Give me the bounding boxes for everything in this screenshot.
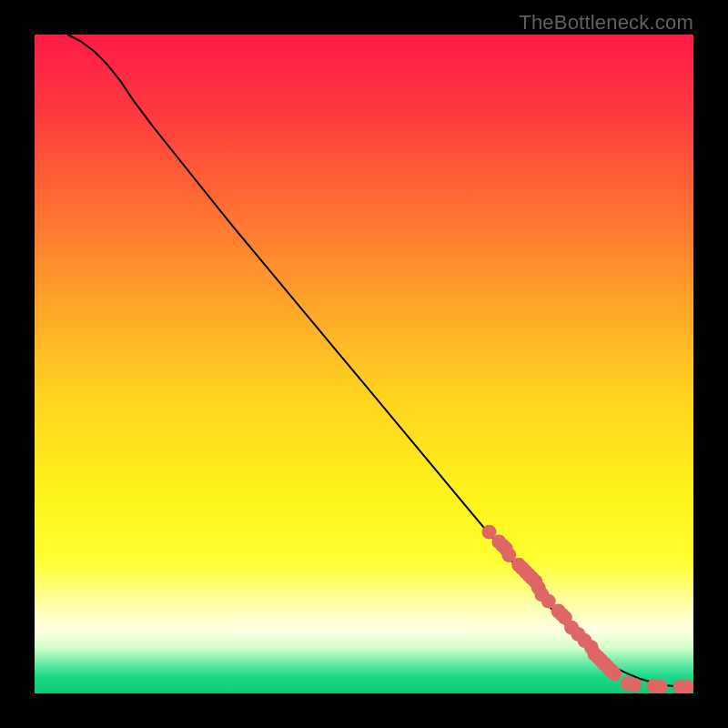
bottleneck-chart	[35, 35, 693, 693]
watermark-text: TheBottleneck.com	[519, 11, 693, 35]
chart-frame: TheBottleneck.com	[0, 0, 728, 728]
scatter-point	[653, 679, 668, 693]
scatter-point	[627, 678, 642, 693]
gradient-background	[35, 35, 693, 693]
scatter-point	[607, 666, 622, 681]
plot-area	[35, 35, 693, 693]
